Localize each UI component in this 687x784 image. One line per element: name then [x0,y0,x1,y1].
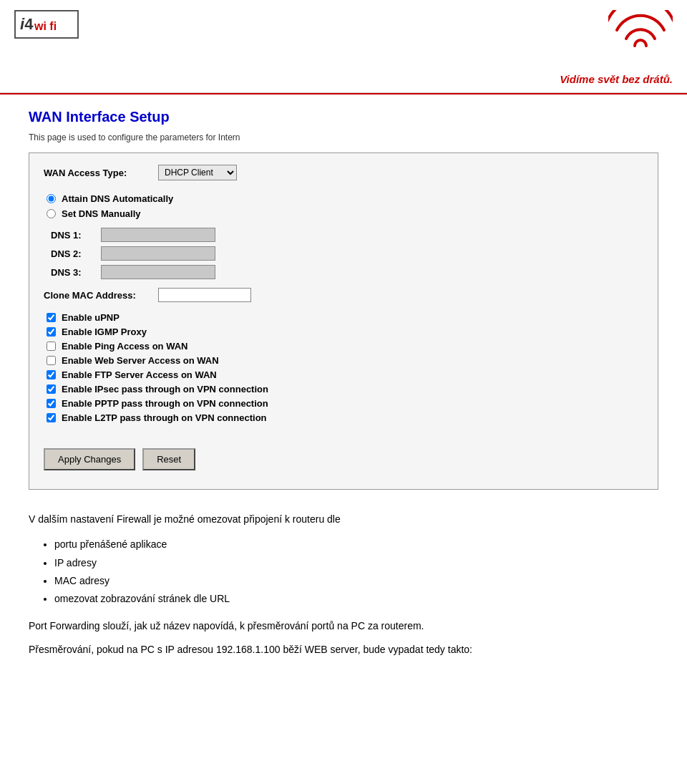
header-right: Vidíme svět bez drátů. [560,10,673,85]
desc-intro: V dalším nastavení Firewall je možné ome… [29,511,658,527]
desc-para1: Port Forwarding slouží, jak už název nap… [29,618,658,634]
ftp-checkbox[interactable] [47,370,56,379]
l2tp-checkbox[interactable] [47,413,56,422]
l2tp-label: Enable L2TP pass through on VPN connecti… [62,412,267,423]
logo-text: i4 [20,15,33,34]
l2tp-row: Enable L2TP pass through on VPN connecti… [44,412,643,423]
ping-checkbox[interactable] [47,342,56,351]
clone-mac-row: Clone MAC Address: 000000000000 [44,288,643,302]
wifi-bars-icon: wi fi [34,14,70,34]
ftp-label: Enable FTP Server Access on WAN [62,369,217,380]
dns3-input[interactable] [101,265,215,279]
desc-para2: Přesměrování, pokud na PC s IP adresou 1… [29,642,658,657]
set-dns-label: Set DNS Manually [62,208,141,219]
svg-text:wi fi: wi fi [34,20,57,32]
set-dns-radio[interactable] [47,209,56,218]
web-row: Enable Web Server Access on WAN [44,355,643,366]
ping-row: Enable Ping Access on WAN [44,341,643,352]
igmp-row: Enable IGMP Proxy [44,326,643,337]
upnp-row: Enable uPNP [44,312,643,323]
decorative-wifi-arcs [608,10,673,49]
desc-section: V dalším nastavení Firewall je možné ome… [29,504,658,672]
tagline: Vidíme svět bez drátů. [560,73,673,85]
ipsec-row: Enable IPsec pass through on VPN connect… [44,384,643,395]
wifi-arcs-decoration [608,10,673,52]
ipsec-label: Enable IPsec pass through on VPN connect… [62,384,268,395]
attain-dns-row: Attain DNS Automatically [44,193,643,204]
main-content: WAN Interface Setup This page is used to… [0,95,687,686]
dns1-row: DNS 1: [44,228,643,242]
attain-dns-label: Attain DNS Automatically [62,193,173,204]
desc-list: portu přenášené aplikace IP adresy MAC a… [29,536,658,608]
button-row: Apply Changes Reset [44,448,643,470]
wan-access-type-row: WAN Access Type: DHCP Client Static IP P… [44,165,643,180]
list-item-1: portu přenášené aplikace [54,536,658,553]
web-checkbox[interactable] [47,356,56,365]
dns2-row: DNS 2: [44,246,643,261]
wan-access-type-select[interactable]: DHCP Client Static IP PPPoE [158,165,237,180]
dns3-row: DNS 3: [44,265,643,279]
dns1-label: DNS 1: [44,230,101,241]
pptp-label: Enable PPTP pass through on VPN connecti… [62,398,268,409]
upnp-checkbox[interactable] [47,313,56,322]
upnp-label: Enable uPNP [62,312,120,323]
dns2-input[interactable] [101,246,215,261]
list-item-3: MAC adresy [54,572,658,590]
web-label: Enable Web Server Access on WAN [62,355,219,366]
wan-access-type-label: WAN Access Type: [44,168,158,178]
page-header: i4 wi fi Vidíme svět bez drátů. [0,0,687,93]
dns3-label: DNS 3: [44,267,101,278]
ftp-row: Enable FTP Server Access on WAN [44,369,643,380]
dns1-input[interactable] [101,228,215,242]
page-title: WAN Interface Setup [29,109,658,125]
logo: i4 wi fi [14,10,79,39]
list-item-2: IP adresy [54,554,658,572]
igmp-label: Enable IGMP Proxy [62,326,147,337]
clone-mac-label: Clone MAC Address: [44,290,158,301]
list-item-4: omezovat zobrazování stránek dle URL [54,590,658,608]
ping-label: Enable Ping Access on WAN [62,341,188,352]
clone-mac-input[interactable]: 000000000000 [158,288,251,302]
reset-button[interactable]: Reset [142,448,195,470]
pptp-checkbox[interactable] [47,399,56,408]
set-dns-row: Set DNS Manually [44,208,643,219]
ipsec-checkbox[interactable] [47,384,56,394]
wan-form-panel: WAN Access Type: DHCP Client Static IP P… [29,153,658,490]
dns2-label: DNS 2: [44,248,101,259]
attain-dns-radio[interactable] [47,194,56,203]
page-description: This page is used to configure the param… [29,132,658,142]
igmp-checkbox[interactable] [47,327,56,337]
apply-changes-button[interactable]: Apply Changes [44,448,135,470]
pptp-row: Enable PPTP pass through on VPN connecti… [44,398,643,409]
